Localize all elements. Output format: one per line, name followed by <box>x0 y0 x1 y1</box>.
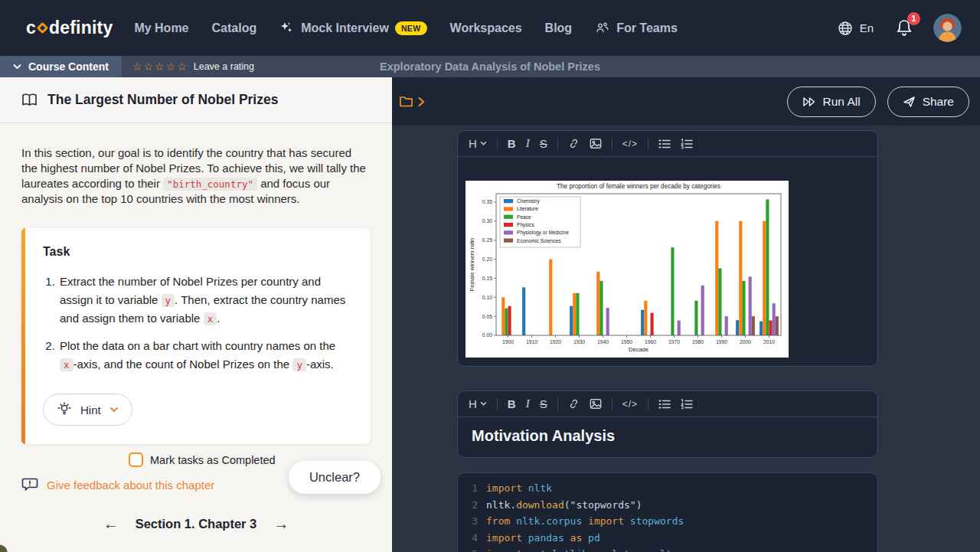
svg-text:Peace: Peace <box>517 214 531 220</box>
expand-chevron-icon[interactable] <box>417 96 425 107</box>
svg-text:1970: 1970 <box>668 339 680 345</box>
share-icon <box>903 96 916 108</box>
notifications-button[interactable]: 1 <box>895 18 913 38</box>
svg-text:0.10: 0.10 <box>482 295 492 300</box>
numbered-list-icon <box>681 399 693 410</box>
task-list: Extract the number of Nobel Prizes per c… <box>58 273 352 374</box>
text-segment: -axis. <box>306 358 334 371</box>
course-subheader: Course Content ☆☆☆☆☆ Leave a rating Expl… <box>0 56 980 77</box>
nav-for-teams[interactable]: For Teams <box>595 21 678 36</box>
lightbulb-icon <box>57 402 72 417</box>
strikethrough-button[interactable]: S <box>540 397 547 410</box>
language-selector[interactable]: En <box>837 20 874 37</box>
link-icon <box>568 398 580 410</box>
nav-blog[interactable]: Blog <box>545 21 573 35</box>
nav-workspaces[interactable]: Workspaces <box>450 21 522 35</box>
link-button[interactable] <box>568 398 580 410</box>
inline-code: "birth_country" <box>163 178 257 191</box>
markdown-editor[interactable]: Motivation Analysis <box>458 417 877 457</box>
folder-icon[interactable] <box>399 95 413 108</box>
book-icon <box>21 93 38 106</box>
rating-stars[interactable]: ☆☆☆☆☆ <box>132 60 188 73</box>
svg-text:0.00: 0.00 <box>482 332 492 338</box>
run-all-button[interactable]: Run All <box>787 87 876 117</box>
notebook-cell-markdown: H B I S <box>457 390 878 458</box>
leave-rating-label[interactable]: Leave a rating <box>194 61 254 72</box>
image-button[interactable] <box>590 138 602 149</box>
top-navbar: c definity My Home Catalog Mock Intervie… <box>0 0 980 56</box>
svg-text:2010: 2010 <box>763 339 775 345</box>
line-number: 2 <box>464 497 478 514</box>
course-content-toggle[interactable]: Course Content <box>0 56 122 77</box>
line-number: 1 <box>464 480 478 497</box>
italic-button[interactable]: I <box>526 137 530 150</box>
task-item: Extract the number of Nobel Prizes per c… <box>58 273 352 328</box>
link-icon <box>568 138 580 149</box>
code-line[interactable]: 2nltk.download("stopwords") <box>458 497 877 514</box>
svg-text:0.25: 0.25 <box>482 237 492 243</box>
prev-chapter-arrow[interactable]: ← <box>103 516 119 531</box>
notification-count-badge: 1 <box>907 12 920 25</box>
numbered-list-icon <box>681 139 693 149</box>
code-button[interactable]: </> <box>622 139 638 149</box>
people-icon <box>595 21 610 36</box>
code-line[interactable]: 3from nltk.corpus import stopwords <box>458 513 877 530</box>
lesson-intro: In this section, our goal is to identify… <box>21 145 371 207</box>
svg-text:0.35: 0.35 <box>482 199 492 204</box>
mark-completed-row: Mark tasks as Completed <box>129 452 276 467</box>
feedback-link[interactable]: Give feedback about this chapter <box>47 479 214 492</box>
workspace-header: Run All Share <box>392 77 980 126</box>
heading-dropdown[interactable]: H <box>469 137 487 150</box>
heading-dropdown[interactable]: H <box>469 397 487 410</box>
code-line[interactable]: 4import pandas as pd <box>458 530 877 547</box>
task-accent-bar <box>21 228 25 444</box>
bullet-list-button[interactable] <box>658 139 671 149</box>
numbered-list-button[interactable] <box>681 139 693 149</box>
text-segment: Plot the data on a bar chart with countr… <box>60 339 335 352</box>
hint-button[interactable]: Hint <box>43 394 132 426</box>
bold-button[interactable]: B <box>508 137 516 150</box>
image-button[interactable] <box>590 398 602 410</box>
text-segment: . <box>217 312 220 325</box>
italic-button[interactable]: I <box>526 397 530 410</box>
logo-diamond-icon <box>37 22 49 34</box>
notebook-area: H B I S <box>392 126 980 552</box>
nav-catalog[interactable]: Catalog <box>212 21 257 35</box>
svg-text:1990: 1990 <box>716 339 727 345</box>
run-all-label: Run All <box>823 95 861 109</box>
mark-completed-checkbox[interactable] <box>129 452 143 467</box>
nav-mock-interview[interactable]: Mock Interview NEW <box>279 21 426 36</box>
avatar[interactable] <box>933 14 962 42</box>
chevron-down-icon <box>480 401 487 407</box>
task-card: Task Extract the number of Nobel Prizes … <box>21 228 371 444</box>
svg-text:Physiology or Medicine: Physiology or Medicine <box>517 230 569 236</box>
nav-my-home[interactable]: My Home <box>134 21 188 35</box>
svg-text:0.15: 0.15 <box>482 276 492 281</box>
strikethrough-button[interactable]: S <box>540 137 547 150</box>
notebook-cell-chart: H B I S <box>457 130 878 367</box>
chart-output: The proportion of female winners per dec… <box>466 181 789 358</box>
svg-text:1960: 1960 <box>645 339 656 345</box>
image-icon <box>590 398 602 410</box>
link-button[interactable] <box>568 138 580 149</box>
code-line[interactable]: 5import matplotlib.pyplot as plt <box>458 546 877 552</box>
line-number: 4 <box>464 530 478 547</box>
numbered-list-button[interactable] <box>681 399 693 410</box>
svg-text:1950: 1950 <box>621 339 632 345</box>
bold-button[interactable]: B <box>508 397 516 410</box>
text-segment: -axis, and the count of Nobel Prizes on … <box>74 358 293 371</box>
svg-text:0.30: 0.30 <box>482 218 492 224</box>
share-button[interactable]: Share <box>887 87 969 117</box>
language-label: En <box>860 21 874 34</box>
unclear-button[interactable]: Unclear? <box>289 461 381 494</box>
bullet-list-button[interactable] <box>658 399 671 410</box>
code-line[interactable]: 1import nltk <box>458 480 877 497</box>
codefinity-logo[interactable]: c definity <box>26 18 113 38</box>
workspace-panel: Run All Share H B I <box>392 77 980 552</box>
next-chapter-arrow[interactable]: → <box>273 516 289 531</box>
svg-text:0.20: 0.20 <box>482 256 492 262</box>
notebook-cell-code[interactable]: 1import nltk2nltk.download("stopwords")3… <box>457 472 878 552</box>
feedback-link-row[interactable]: Give feedback about this chapter <box>21 477 214 492</box>
code-button[interactable]: </> <box>622 399 638 410</box>
hint-label: Hint <box>80 403 101 416</box>
